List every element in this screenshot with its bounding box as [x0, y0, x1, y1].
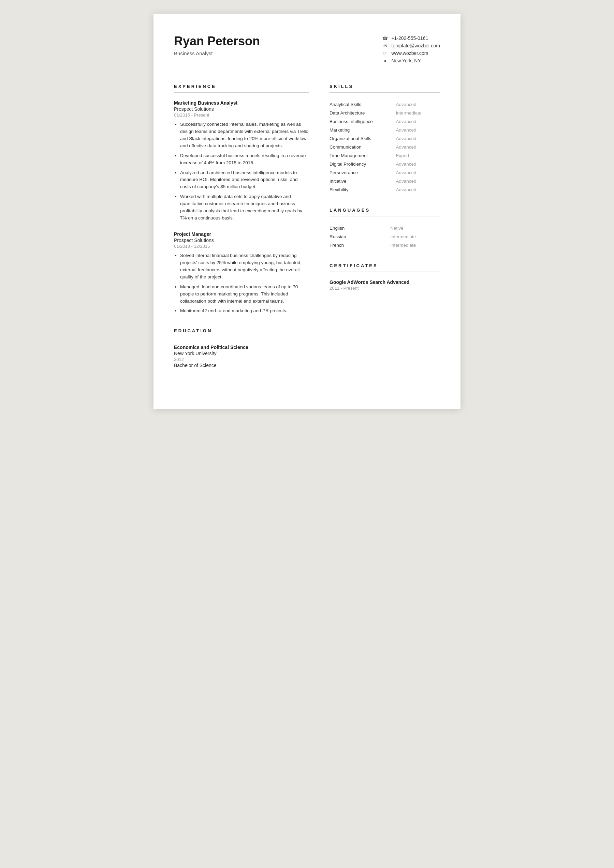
skill-level-10: Advanced [396, 185, 440, 194]
skill-level-4: Advanced [396, 134, 440, 143]
languages-table: EnglishNativeRussianIntermediateFrenchIn… [330, 224, 440, 250]
header-left: Ryan Peterson Business Analyst [174, 34, 260, 56]
cert-date-0: 2011 - Present [330, 285, 440, 291]
skills-section: SKILLS Analytical SkillsAdvancedData Arc… [330, 84, 440, 194]
skill-level-3: Advanced [396, 126, 440, 134]
website-icon: ☞ [382, 51, 388, 56]
certificates-section-title: CERTIFICATES [330, 263, 440, 268]
skill-name-1: Data Architecture [330, 109, 396, 117]
job-2-company: Prospect Solutions [174, 237, 309, 243]
skill-row: Data ArchitectureIntermediate [330, 109, 440, 117]
skill-level-0: Advanced [396, 100, 440, 109]
skill-row: CommunicationAdvanced [330, 143, 440, 151]
skill-row: Analytical SkillsAdvanced [330, 100, 440, 109]
experience-section: EXPERIENCE Marketing Business Analyst Pr… [174, 84, 309, 315]
skill-row: Business IntelligenceAdvanced [330, 117, 440, 126]
skill-level-8: Advanced [396, 168, 440, 177]
cert-title-0: Google AdWords Search Advanced [330, 279, 440, 285]
language-row: EnglishNative [330, 224, 440, 232]
education-section-title: EDUCATION [174, 328, 309, 333]
certificates-section: CERTIFICATES Google AdWords Search Advan… [330, 263, 440, 291]
skill-name-5: Communication [330, 143, 396, 151]
skill-name-9: Initiative [330, 177, 396, 185]
phone-value: +1-202-555-0161 [391, 36, 428, 41]
skill-level-7: Advanced [396, 160, 440, 168]
skill-row: PerseveranceAdvanced [330, 168, 440, 177]
skill-row: FlexibilityAdvanced [330, 185, 440, 194]
job-2-title: Project Manager [174, 231, 309, 237]
email-value: template@wozber.com [391, 43, 440, 48]
job-2-bullet-1: Solved internal financial business chall… [180, 252, 309, 281]
job-1-bullets: Successfully connected internal sales, m… [174, 121, 309, 222]
edu-school: New York University [174, 351, 309, 356]
language-name-0: English [330, 224, 390, 232]
cert-item-0: Google AdWords Search Advanced2011 - Pre… [330, 279, 440, 291]
candidate-title: Business Analyst [174, 50, 260, 56]
skill-name-8: Perseverance [330, 168, 396, 177]
language-name-1: Russian [330, 232, 390, 241]
contact-phone: ☎ +1-202-555-0161 [382, 36, 440, 41]
edu-year: 2012 [174, 357, 309, 362]
skill-row: Digital ProficiencyAdvanced [330, 160, 440, 168]
resume-container: Ryan Peterson Business Analyst ☎ +1-202-… [154, 14, 460, 409]
skill-name-10: Flexibility [330, 185, 396, 194]
left-column: EXPERIENCE Marketing Business Analyst Pr… [174, 84, 309, 382]
website-value: www.wozber.com [391, 50, 428, 56]
skill-name-0: Analytical Skills [330, 100, 396, 109]
contact-website: ☞ www.wozber.com [382, 50, 440, 56]
language-row: FrenchIntermediate [330, 241, 440, 250]
contact-email: ✉ template@wozber.com [382, 43, 440, 48]
language-level-0: Native [390, 224, 440, 232]
skill-level-2: Advanced [396, 117, 440, 126]
skill-row: Time ManagementExpert [330, 151, 440, 160]
main-content: EXPERIENCE Marketing Business Analyst Pr… [174, 84, 440, 382]
location-value: New York, NY [391, 58, 421, 64]
skill-name-2: Business Intelligence [330, 117, 396, 126]
education-divider [174, 337, 309, 337]
edu-degree: Bachelor of Science [174, 363, 309, 368]
language-level-2: Intermediate [390, 241, 440, 250]
skill-name-6: Time Management [330, 151, 396, 160]
job-1-bullet-3: Analyzed and architected business intell… [180, 169, 309, 191]
job-1: Marketing Business Analyst Prospect Solu… [174, 100, 309, 222]
skill-name-7: Digital Proficiency [330, 160, 396, 168]
experience-section-title: EXPERIENCE [174, 84, 309, 89]
job-2: Project Manager Prospect Solutions 01/20… [174, 231, 309, 315]
job-1-date: 01/2015 - Present [174, 112, 309, 118]
skills-table: Analytical SkillsAdvancedData Architectu… [330, 100, 440, 194]
edu-item-1: Economics and Political Science New York… [174, 344, 309, 368]
skill-name-4: Organizational Skills [330, 134, 396, 143]
header-right: ☎ +1-202-555-0161 ✉ template@wozber.com … [382, 36, 440, 64]
right-column: SKILLS Analytical SkillsAdvancedData Arc… [330, 84, 440, 382]
job-1-bullet-4: Worked with multiple data sets to apply … [180, 193, 309, 222]
header: Ryan Peterson Business Analyst ☎ +1-202-… [174, 34, 440, 64]
languages-section-title: LANGUAGES [330, 208, 440, 213]
job-2-bullet-2: Managed, lead and coordinated various te… [180, 284, 309, 305]
phone-icon: ☎ [382, 36, 388, 41]
job-1-title: Marketing Business Analyst [174, 100, 309, 105]
skill-level-5: Advanced [396, 143, 440, 151]
job-2-date: 01/2013 - 12/2015 [174, 244, 309, 249]
contact-location: ● New York, NY [382, 58, 440, 64]
job-1-company: Prospect Solutions [174, 106, 309, 112]
language-row: RussianIntermediate [330, 232, 440, 241]
experience-divider [174, 92, 309, 93]
skills-divider [330, 92, 440, 93]
skills-section-title: SKILLS [330, 84, 440, 89]
email-icon: ✉ [382, 43, 388, 48]
edu-degree-field: Economics and Political Science [174, 344, 309, 350]
job-2-bullets: Solved internal financial business chall… [174, 252, 309, 315]
skill-level-6: Expert [396, 151, 440, 160]
languages-section: LANGUAGES EnglishNativeRussianIntermedia… [330, 208, 440, 250]
language-level-1: Intermediate [390, 232, 440, 241]
certificates-divider [330, 271, 440, 272]
skill-level-1: Intermediate [396, 109, 440, 117]
job-2-bullet-3: Monitored 42 end-to-end marketing and PR… [180, 307, 309, 315]
skill-row: MarketingAdvanced [330, 126, 440, 134]
job-1-bullet-2: Developed successful business models res… [180, 152, 309, 167]
education-section: EDUCATION Economics and Political Scienc… [174, 328, 309, 368]
job-1-bullet-1: Successfully connected internal sales, m… [180, 121, 309, 150]
skill-name-3: Marketing [330, 126, 396, 134]
skill-row: InitiativeAdvanced [330, 177, 440, 185]
language-name-2: French [330, 241, 390, 250]
